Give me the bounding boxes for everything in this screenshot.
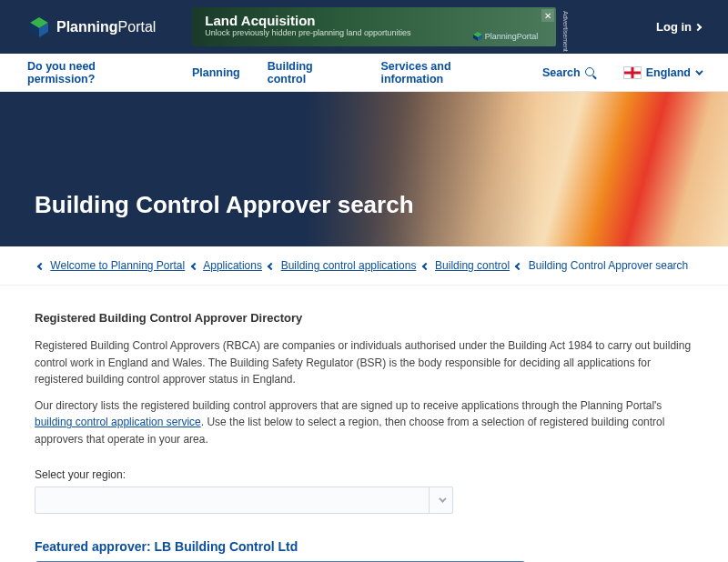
nav-region-select[interactable]: England xyxy=(623,66,701,79)
search-icon xyxy=(585,67,596,78)
chevron-left-icon xyxy=(190,263,197,270)
crumb-home[interactable]: Welcome to Planning Portal xyxy=(50,259,185,272)
ad-close-button[interactable]: ✕ xyxy=(541,9,554,22)
hero-image xyxy=(306,92,728,246)
ad-title: Land Acquisition xyxy=(205,13,543,28)
chevron-down-icon xyxy=(439,495,446,502)
england-flag-icon xyxy=(623,66,642,79)
intro-p1: Registered Building Control Approvers (R… xyxy=(35,337,693,388)
crumb-bc-apps[interactable]: Building control applications xyxy=(281,259,417,272)
chevron-right-icon xyxy=(694,23,702,30)
crumb-current: Building Control Approver search xyxy=(529,259,688,272)
crumb-bc[interactable]: Building control xyxy=(435,259,510,272)
login-button[interactable]: Log in xyxy=(656,20,701,34)
chevron-left-icon xyxy=(421,263,429,270)
ad-sponsor-label: Advertisement xyxy=(562,11,569,52)
chevron-left-icon xyxy=(515,263,522,270)
main-nav: Do you need permission? Planning Buildin… xyxy=(0,54,728,92)
directory-heading: Registered Building Control Approver Dir… xyxy=(35,311,693,325)
nav-planning[interactable]: Planning xyxy=(192,66,240,79)
hero: Building Control Approver search xyxy=(0,92,728,246)
logo-icon xyxy=(27,15,51,39)
nav-building-control[interactable]: Building control xyxy=(268,60,354,85)
brand-text-b: Portal xyxy=(118,19,157,35)
brand-logo[interactable]: PlanningPortal xyxy=(27,15,156,39)
region-label: Select your region: xyxy=(35,468,693,481)
breadcrumb: Welcome to Planning Portal Applications … xyxy=(0,246,728,286)
brand-text-a: Planning xyxy=(56,19,118,35)
nav-services[interactable]: Services and information xyxy=(380,60,515,85)
chevron-down-icon xyxy=(695,67,703,75)
chevron-left-icon xyxy=(37,263,45,270)
region-select[interactable] xyxy=(35,487,453,514)
crumb-applications[interactable]: Applications xyxy=(203,259,262,272)
nav-search[interactable]: Search xyxy=(542,66,596,79)
page-title: Building Control Approver search xyxy=(35,191,414,219)
nav-permission[interactable]: Do you need permission? xyxy=(27,60,165,85)
featured-approver-title: Featured approver: LB Building Control L… xyxy=(35,539,693,554)
select-handle[interactable] xyxy=(429,487,452,513)
chevron-left-icon xyxy=(268,263,275,270)
intro-p2: Our directory lists the registered build… xyxy=(35,397,693,448)
ad-brand: PlanningPortal xyxy=(473,32,539,41)
bc-app-service-link[interactable]: building control application service xyxy=(35,416,201,428)
ad-banner[interactable]: ✕ Advertisement Land Acquisition Unlock … xyxy=(192,7,556,46)
